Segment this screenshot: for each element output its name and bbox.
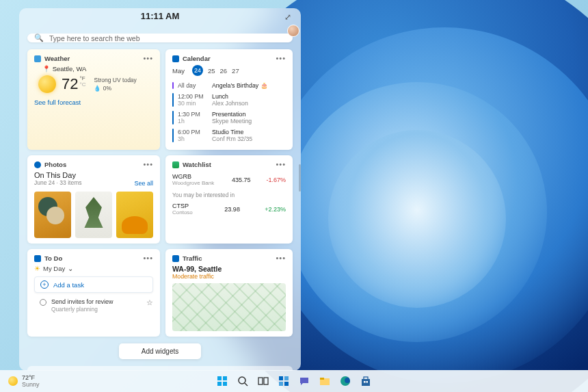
weather-label: Weather <box>44 55 70 62</box>
svg-rect-17 <box>364 381 366 383</box>
taskbar: 72°FSunny <box>0 370 588 392</box>
svg-rect-18 <box>366 381 369 383</box>
widgets-panel: 11:11 AM ⤢ 🔍 Type here to search the web… <box>19 8 301 371</box>
traffic-status: Moderate traffic <box>172 273 286 280</box>
see-all-link[interactable]: See all <box>134 180 153 187</box>
more-icon[interactable]: ••• <box>143 55 153 62</box>
search-placeholder: Type here to search the web <box>49 34 140 42</box>
weather-temp: 72°F°C <box>62 75 85 93</box>
watchlist-widget[interactable]: Watchlist ••• WGRBWoodgrove Bank 435.75 … <box>165 155 293 244</box>
calendar-day[interactable]: 26 <box>220 67 228 75</box>
calendar-day-today[interactable]: 24 <box>192 65 203 76</box>
calendar-day[interactable]: 25 <box>208 67 215 75</box>
add-widgets-button[interactable]: Add widgets <box>119 343 201 359</box>
weather-widget[interactable]: Weather ••• 📍 Seattle, WA 72°F°C Strong … <box>27 49 160 150</box>
more-icon[interactable]: ••• <box>276 55 286 62</box>
svg-point-4 <box>239 377 245 384</box>
calendar-icon <box>172 55 179 62</box>
svg-rect-13 <box>320 378 324 380</box>
photo-thumbnail[interactable] <box>75 192 112 238</box>
calendar-label: Calendar <box>183 55 211 62</box>
calendar-event[interactable]: 6:00 PM3h Studio TimeConf Rm 32/35 <box>172 127 286 144</box>
svg-rect-9 <box>284 376 289 380</box>
star-icon[interactable]: ☆ <box>146 298 153 307</box>
widgets-button[interactable] <box>277 374 291 388</box>
more-icon[interactable]: ••• <box>143 161 153 168</box>
todo-widget[interactable]: To Do ••• ☀My Day⌄ + Add a task Send inv… <box>27 249 160 337</box>
svg-rect-0 <box>217 376 222 380</box>
more-icon[interactable]: ••• <box>143 254 153 262</box>
forecast-link[interactable]: See full forecast <box>34 99 153 106</box>
weather-location: 📍 Seattle, WA <box>42 65 153 73</box>
photos-icon <box>34 161 41 168</box>
svg-rect-3 <box>223 382 227 386</box>
chevron-down-icon: ⌄ <box>68 265 73 272</box>
task-view-button[interactable] <box>256 374 270 388</box>
calendar-days[interactable]: May 24 25 26 27 <box>172 65 286 76</box>
photo-thumbnail[interactable] <box>34 192 71 238</box>
watchlist-hint: You may be interested in <box>172 192 286 198</box>
weather-icon <box>34 55 41 62</box>
photo-thumbnails[interactable] <box>34 192 153 238</box>
traffic-label: Traffic <box>183 254 202 262</box>
more-icon[interactable]: ••• <box>276 161 286 168</box>
task-item[interactable]: Send invites for reviewQuarterly plannin… <box>34 298 153 313</box>
taskbar-weather[interactable]: 72°FSunny <box>0 374 40 388</box>
traffic-route: WA-99, Seattle <box>172 265 286 273</box>
clock-time: 11:11 AM <box>141 11 180 21</box>
add-task-input[interactable]: + Add a task <box>34 276 153 293</box>
calendar-event[interactable]: 12:00 PM30 min LunchAlex Johnson <box>172 91 286 109</box>
start-button[interactable] <box>215 374 229 388</box>
my-day-selector[interactable]: ☀My Day⌄ <box>34 265 153 272</box>
stock-row[interactable]: WGRBWoodgrove Bank 435.75 -1.67% <box>172 171 286 188</box>
task-checkbox[interactable] <box>40 299 46 306</box>
sun-icon <box>38 75 56 93</box>
photo-thumbnail[interactable] <box>116 192 153 238</box>
search-icon: 🔍 <box>34 34 44 42</box>
photos-title: On This Day <box>34 171 153 179</box>
watchlist-label: Watchlist <box>183 161 211 168</box>
photos-label: Photos <box>44 161 66 168</box>
store-button[interactable] <box>359 374 373 388</box>
svg-rect-2 <box>217 382 222 386</box>
traffic-widget[interactable]: Traffic ••• WA-99, Seattle Moderate traf… <box>165 249 293 337</box>
calendar-event[interactable]: 1:30 PM1h PresentationSkype Meeting <box>172 109 286 127</box>
traffic-map[interactable] <box>172 283 286 331</box>
explorer-button[interactable] <box>318 374 332 388</box>
calendar-event[interactable]: All day Angela's Birthday 🎂 <box>172 80 286 91</box>
svg-rect-1 <box>223 376 227 380</box>
svg-rect-6 <box>258 378 263 384</box>
svg-rect-11 <box>284 382 289 386</box>
expand-icon[interactable]: ⤢ <box>284 12 291 22</box>
calendar-widget[interactable]: Calendar ••• May 24 25 26 27 All day Ang… <box>165 49 293 150</box>
plus-icon: + <box>40 280 49 289</box>
calendar-day[interactable]: 27 <box>232 67 239 75</box>
svg-line-5 <box>245 383 248 386</box>
edge-button[interactable] <box>338 374 352 388</box>
scrollbar[interactable] <box>299 164 301 192</box>
user-avatar[interactable] <box>287 25 299 37</box>
traffic-icon <box>172 255 179 262</box>
stocks-icon <box>172 161 179 168</box>
svg-rect-7 <box>264 378 268 384</box>
search-button[interactable] <box>236 374 250 388</box>
chat-button[interactable] <box>297 374 311 388</box>
photos-widget[interactable]: Photos ••• On This Day June 24 · 33 item… <box>27 155 160 244</box>
sun-icon <box>8 376 18 386</box>
more-icon[interactable]: ••• <box>276 254 286 262</box>
svg-rect-10 <box>279 382 283 386</box>
svg-rect-8 <box>279 376 283 380</box>
stock-row[interactable]: CTSPContoso 23.98 +2.23% <box>172 200 286 218</box>
search-input[interactable]: 🔍 Type here to search the web <box>27 34 293 42</box>
todo-label: To Do <box>44 254 62 262</box>
svg-rect-16 <box>364 377 368 380</box>
weather-details: Strong UV today 💧 0% <box>94 76 136 92</box>
todo-icon <box>34 255 41 262</box>
